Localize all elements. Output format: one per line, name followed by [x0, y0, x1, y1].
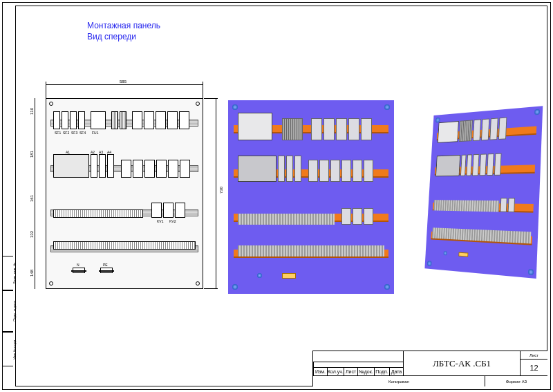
breaker	[53, 111, 60, 129]
tb-cell: Изм.	[313, 367, 327, 375]
terminal-strip	[238, 214, 335, 225]
busbar-pe	[458, 252, 468, 257]
io-module	[294, 156, 301, 182]
kv-label: KV1	[157, 219, 163, 223]
side-slot-3: Инв.№ подл.	[3, 332, 13, 366]
a2-label: A2	[91, 150, 95, 154]
dim-width-tick-l	[46, 82, 46, 98]
io-module	[91, 154, 97, 178]
psu	[238, 113, 272, 140]
relay	[364, 160, 373, 182]
io-module	[99, 154, 106, 178]
hole-icon	[196, 281, 200, 286]
footer-format: Формат А3	[485, 376, 547, 386]
relay	[472, 154, 479, 176]
busbar-n	[257, 273, 262, 278]
relay	[308, 160, 318, 182]
fuse	[91, 111, 106, 129]
busbar-pe	[282, 273, 296, 279]
relay	[330, 160, 340, 182]
tb-cell: Подп.	[374, 367, 389, 375]
terminal-strip	[238, 245, 384, 256]
busbar-n	[73, 268, 85, 273]
io-module	[278, 156, 285, 182]
terminal-block	[459, 120, 473, 142]
relay	[489, 118, 498, 140]
fu-label: FU1	[92, 131, 98, 135]
component-row-2	[238, 156, 384, 182]
busbar-pe	[100, 268, 113, 273]
dim-row2: 181	[30, 150, 34, 158]
sf-label: SF4	[79, 131, 86, 135]
side-slot-1: Взам. инв. №	[3, 256, 13, 290]
terminal-strip	[433, 200, 499, 212]
relay	[353, 160, 362, 182]
relay	[144, 160, 155, 178]
breaker	[62, 111, 68, 129]
relay	[480, 153, 487, 176]
relay	[494, 153, 502, 176]
dim-width-line	[46, 84, 203, 85]
render-iso-view	[424, 106, 543, 279]
breaker	[78, 111, 85, 129]
plc	[53, 154, 89, 178]
bolt-icon	[384, 284, 390, 290]
hole-icon	[196, 102, 200, 106]
a3-label: A3	[99, 150, 103, 154]
relay	[163, 203, 174, 218]
relay	[341, 208, 351, 225]
relay	[156, 160, 167, 178]
dim-height-tick-b	[204, 288, 218, 289]
side-slot-2: Подп. и дата	[3, 290, 13, 332]
bolt-icon	[528, 269, 534, 275]
drawing-title-line2: Вид спереди	[87, 32, 136, 41]
dim-row4: 132	[30, 230, 34, 239]
relay	[132, 111, 142, 129]
bolt-icon	[427, 261, 432, 266]
dim-row3: 161	[30, 194, 34, 203]
relay	[179, 111, 189, 129]
relay	[361, 118, 372, 140]
relay	[168, 160, 178, 178]
drawing-number: ЛБТС-АК .СБ1	[403, 351, 520, 375]
sheet-number: 12	[521, 360, 547, 375]
relay	[364, 208, 373, 225]
relay	[311, 118, 322, 140]
drawing-title-line1: Монтажная панель	[87, 21, 160, 30]
tb-cell: Кол.уч.	[327, 367, 344, 375]
relay	[151, 203, 162, 218]
footer-copied: Копировал	[313, 376, 485, 386]
relay	[348, 118, 359, 140]
sheet-box: Лист 12	[520, 351, 547, 375]
plc-label: A1	[66, 150, 70, 154]
front-view-2d: SF1 SF2 SF3 SF4 FU1 A1 A2 A3 A4 KV1 KV2 …	[46, 98, 203, 289]
bolt-icon	[534, 109, 540, 115]
io-module	[286, 156, 293, 182]
component-row-1	[238, 113, 384, 140]
relay	[180, 160, 190, 178]
io-module	[107, 154, 114, 178]
n-label: N	[77, 263, 79, 267]
relay	[336, 118, 347, 140]
relay	[156, 111, 166, 129]
dim-height-line	[216, 98, 216, 289]
relay	[121, 160, 131, 178]
dim-width-label: 585	[119, 80, 127, 84]
relay	[341, 160, 351, 182]
io-module	[460, 155, 466, 176]
relay	[319, 160, 329, 182]
dim-rows-line	[35, 98, 35, 289]
kv-label: KV2	[169, 219, 176, 223]
relay	[133, 160, 143, 178]
relay	[473, 119, 481, 141]
pe-label: PE	[103, 263, 108, 267]
component-row-3	[238, 208, 384, 225]
terminal-strip	[53, 241, 196, 250]
component-row-3	[53, 203, 196, 218]
io-module	[467, 154, 472, 176]
hole-icon	[49, 281, 53, 286]
dim-height-label: 730	[219, 186, 223, 194]
terminal-strip	[53, 209, 143, 218]
component-row-4	[53, 241, 196, 250]
dim-width-tick-r	[203, 82, 203, 98]
